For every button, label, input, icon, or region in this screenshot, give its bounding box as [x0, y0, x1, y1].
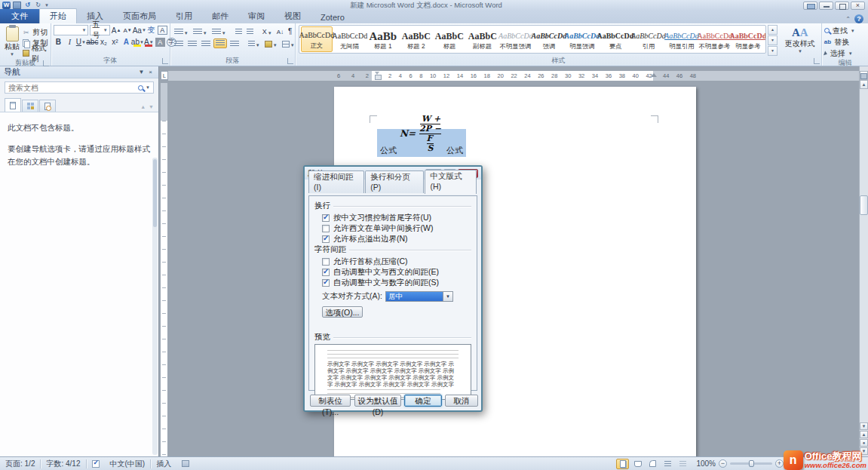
borders-button[interactable]: ▼ [281, 38, 296, 48]
change-styles-dropdown-icon[interactable]: ▼ [798, 49, 802, 54]
checkbox-checked-icon[interactable] [322, 214, 330, 222]
print-layout-view-button[interactable] [616, 459, 629, 469]
word-count[interactable]: 字数: 4/12 [41, 457, 85, 470]
restore-button[interactable] [835, 2, 849, 10]
checkbox-option[interactable]: 自动调整中文与西文的间距(E) [322, 268, 471, 276]
ribbon-tab-引用[interactable]: 引用 [166, 9, 202, 23]
justify-button[interactable] [213, 38, 227, 48]
italic-button[interactable]: I [65, 37, 75, 47]
tab-stop-selector[interactable]: L [161, 71, 168, 80]
align-right-button[interactable] [200, 38, 212, 48]
checkbox-option[interactable]: 自动调整中文与数字的间距(S) [322, 278, 471, 287]
char-shading-button[interactable]: A [155, 38, 165, 47]
dialog-tab-缩进和间距(I)[interactable]: 缩进和间距(I) [308, 170, 364, 193]
subscript-button[interactable]: x₂ [99, 37, 109, 47]
styles-dialog-launcher[interactable] [814, 58, 820, 64]
dialog-button[interactable]: 取消 [445, 395, 478, 407]
dialog-button[interactable]: 设为默认值(D) [354, 395, 401, 407]
change-styles-button[interactable]: AA 更改样式 ▼ [781, 25, 820, 56]
checkbox-option[interactable]: 允许标点溢出边界(N) [322, 235, 471, 243]
scroll-down-icon[interactable]: ▼ [860, 422, 868, 430]
vertical-scrollbar[interactable]: ▲ ▼ ▲ ● ▼ [859, 66, 868, 456]
ribbon-tab-邮件[interactable]: 邮件 [202, 9, 238, 23]
style-标题 2[interactable]: AaBbC标题 2 [400, 26, 432, 52]
help-icon[interactable]: ? [854, 14, 863, 23]
right-indent-marker[interactable] [651, 73, 657, 77]
equation[interactable]: N= W + 2P − F S [400, 114, 443, 153]
line-spacing-button[interactable]: ▼ [247, 38, 262, 48]
decrease-indent-button[interactable] [234, 26, 244, 36]
style-强调[interactable]: AaBbCcDd强调 [533, 26, 565, 52]
checkbox-option[interactable]: 允许西文在单词中间换行(W) [322, 224, 471, 232]
text-effects-button[interactable]: A [121, 37, 131, 47]
font-name-combo[interactable]: ▼ [54, 25, 89, 35]
style-无间隔[interactable]: AaBbCcDd无间隔 [334, 26, 366, 52]
multilevel-list-button[interactable]: ▼ [210, 26, 228, 36]
change-case-button[interactable]: Aa▼ [134, 26, 145, 35]
paste-dropdown-icon[interactable]: ▼ [10, 52, 14, 57]
nav-tab-pages[interactable] [22, 100, 38, 112]
ribbon-tab-页面布局[interactable]: 页面布局 [113, 9, 166, 23]
shrink-font-button[interactable]: A▼ [123, 26, 133, 35]
find-button[interactable]: 查找▼ [824, 26, 866, 35]
ruler-toggle-button[interactable] [860, 71, 868, 80]
nav-scrollbar[interactable] [152, 158, 158, 455]
text-align-combo[interactable]: 居中 ▼ [385, 291, 453, 302]
align-left-button[interactable] [173, 38, 185, 48]
find-dropdown-icon[interactable]: ▼ [851, 29, 855, 33]
checkbox-checked-icon[interactable] [322, 279, 330, 287]
insert-mode[interactable]: 插入 [151, 457, 176, 470]
checkbox-option[interactable]: 允许行首标点压缩(C) [322, 257, 471, 266]
gallery-down-icon[interactable]: ▼ [768, 35, 778, 45]
dialog-button[interactable]: 制表位(T)... [310, 395, 351, 407]
minimize-button[interactable] [819, 2, 833, 10]
zoom-slider[interactable] [730, 462, 772, 465]
options-button[interactable]: 选项(O)... [322, 306, 363, 318]
font-color-button[interactable]: A▼ [144, 37, 154, 47]
ribbon-tab-视图[interactable]: 视图 [275, 9, 311, 23]
previous-page-button[interactable]: ▲ [860, 431, 868, 438]
draft-view-button[interactable] [676, 459, 689, 469]
paste-button[interactable]: 粘贴 ▼ [2, 25, 22, 58]
outline-view-button[interactable] [661, 459, 674, 469]
nav-tab-results[interactable] [39, 100, 56, 112]
display-settings-button[interactable] [803, 2, 817, 10]
painter-button[interactable]: 格式刷 [22, 48, 48, 58]
web-layout-view-button[interactable] [646, 459, 659, 469]
underline-button[interactable]: U▼ [76, 37, 86, 47]
style-明显参考[interactable]: AaBbCcDd明显参考 [732, 26, 764, 52]
zoom-in-button[interactable]: + [775, 459, 784, 468]
numbering-button[interactable]: ▼ [192, 26, 209, 36]
paragraph-dialog-launcher[interactable] [287, 58, 293, 64]
ribbon-tab-审阅[interactable]: 审阅 [238, 9, 275, 23]
strikethrough-button[interactable]: abc [87, 37, 97, 47]
ribbon-tab-文件[interactable]: 文件 [0, 9, 39, 23]
style-正文[interactable]: AaBbCcDd正文 [301, 26, 333, 52]
ribbon-tab-开始[interactable]: 开始 [39, 8, 77, 23]
style-不明显强调[interactable]: AaBbCcDd不明显强调 [500, 26, 532, 52]
ok-button[interactable]: 确定 [404, 395, 442, 407]
prev-heading-icon[interactable]: ▲ [140, 104, 146, 109]
clipboard-dialog-launcher[interactable] [43, 60, 49, 66]
distribute-button[interactable] [229, 38, 241, 48]
font-size-combo[interactable]: 五号 ▼ [90, 25, 109, 35]
select-browse-object-button[interactable]: ● [860, 439, 868, 447]
char-border-button[interactable]: A [158, 26, 167, 35]
checkbox-checked-icon[interactable] [322, 235, 330, 243]
fullscreen-reading-view-button[interactable] [631, 459, 644, 469]
style-要点[interactable]: AaBbCcDd要点 [600, 26, 631, 52]
nav-tab-headings[interactable] [5, 98, 21, 112]
gallery-more-icon[interactable]: ▼ [768, 46, 778, 56]
checkbox-unchecked-icon[interactable] [322, 258, 330, 266]
language-indicator[interactable]: 中文(中国) [105, 457, 151, 470]
select-button[interactable]: 选择▼ [824, 48, 866, 58]
next-heading-icon[interactable]: ▼ [149, 104, 154, 109]
highlight-button[interactable]: ab▼ [133, 37, 143, 47]
font-dialog-launcher[interactable] [162, 58, 168, 64]
superscript-button[interactable]: x² [110, 37, 120, 47]
search-icon[interactable] [138, 85, 143, 91]
style-明显引用[interactable]: AaBbCcDd明显引用 [666, 26, 698, 52]
checkbox-checked-icon[interactable] [322, 269, 330, 276]
spellcheck-status[interactable] [87, 457, 105, 470]
scrollbar-thumb[interactable] [860, 195, 868, 215]
